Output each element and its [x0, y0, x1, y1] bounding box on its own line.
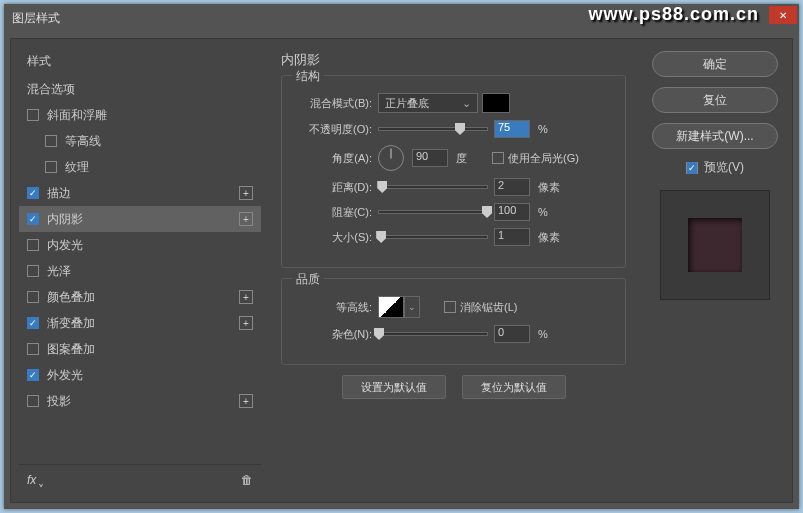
style-label: 图案叠加 — [47, 341, 95, 358]
style-label: 内发光 — [47, 237, 83, 254]
opacity-label: 不透明度(O): — [294, 122, 372, 137]
style-item-5[interactable]: 内发光 — [19, 232, 261, 258]
fx-icon[interactable]: fx — [27, 473, 36, 487]
style-item-2[interactable]: 纹理 — [19, 154, 261, 180]
noise-slider[interactable] — [378, 332, 488, 336]
style-item-3[interactable]: 描边+ — [19, 180, 261, 206]
add-effect-icon[interactable]: + — [239, 212, 253, 226]
close-button[interactable]: ✕ — [769, 6, 797, 24]
make-default-button[interactable]: 设置为默认值 — [342, 375, 446, 399]
structure-group: 结构 混合模式(B): 正片叠底 不透明度(O): 75 % 角度(A): 90… — [281, 75, 626, 268]
style-item-0[interactable]: 斜面和浮雕 — [19, 102, 261, 128]
distance-label: 距离(D): — [294, 180, 372, 195]
global-light-checkbox[interactable] — [492, 152, 504, 164]
antialias-label: 消除锯齿(L) — [460, 300, 517, 315]
style-checkbox[interactable] — [45, 161, 57, 173]
style-label: 纹理 — [65, 159, 89, 176]
noise-label: 杂色(N): — [294, 327, 372, 342]
preview-swatch — [688, 218, 742, 272]
style-checkbox[interactable] — [27, 395, 39, 407]
sidebar-footer: fx ˬ 🗑 — [19, 464, 261, 494]
style-checkbox[interactable] — [27, 265, 39, 277]
size-input[interactable]: 1 — [494, 228, 530, 246]
titlebar: 图层样式 www.ps88.com.cn ✕ — [4, 4, 799, 32]
noise-input[interactable]: 0 — [494, 325, 530, 343]
contour-dropdown-icon[interactable]: ⌄ — [404, 296, 420, 318]
angle-input[interactable]: 90 — [412, 149, 448, 167]
style-checkbox[interactable] — [27, 187, 39, 199]
style-checkbox[interactable] — [27, 369, 39, 381]
style-checkbox[interactable] — [27, 343, 39, 355]
settings-panel: 内阴影 结构 混合模式(B): 正片叠底 不透明度(O): 75 % 角度(A)… — [269, 47, 638, 494]
style-label: 外发光 — [47, 367, 83, 384]
add-effect-icon[interactable]: + — [239, 290, 253, 304]
action-panel: 确定 复位 新建样式(W)... ✓ 预览(V) — [646, 47, 784, 494]
preview-checkbox[interactable]: ✓ — [686, 162, 698, 174]
style-item-8[interactable]: 渐变叠加+ — [19, 310, 261, 336]
add-effect-icon[interactable]: + — [239, 394, 253, 408]
watermark: www.ps88.com.cn — [589, 4, 759, 25]
style-label: 渐变叠加 — [47, 315, 95, 332]
add-effect-icon[interactable]: + — [239, 186, 253, 200]
style-checkbox[interactable] — [27, 317, 39, 329]
contour-label: 等高线: — [294, 300, 372, 315]
style-item-1[interactable]: 等高线 — [19, 128, 261, 154]
new-style-button[interactable]: 新建样式(W)... — [652, 123, 778, 149]
choke-slider[interactable] — [378, 210, 488, 214]
style-label: 斜面和浮雕 — [47, 107, 107, 124]
quality-group: 品质 等高线: ⌄ 消除锯齿(L) 杂色(N): 0 % — [281, 278, 626, 365]
contour-picker[interactable] — [378, 296, 404, 318]
global-light-label: 使用全局光(G) — [508, 151, 579, 166]
style-label: 内阴影 — [47, 211, 83, 228]
style-checkbox[interactable] — [45, 135, 57, 147]
window-title: 图层样式 — [12, 10, 60, 27]
style-label: 等高线 — [65, 133, 101, 150]
styles-heading: 样式 — [19, 47, 261, 76]
choke-label: 阻塞(C): — [294, 205, 372, 220]
style-label: 颜色叠加 — [47, 289, 95, 306]
style-item-9[interactable]: 图案叠加 — [19, 336, 261, 362]
size-label: 大小(S): — [294, 230, 372, 245]
blending-options[interactable]: 混合选项 — [19, 76, 261, 102]
blend-mode-select[interactable]: 正片叠底 — [378, 93, 478, 113]
add-effect-icon[interactable]: + — [239, 316, 253, 330]
ok-button[interactable]: 确定 — [652, 51, 778, 77]
style-item-4[interactable]: 内阴影+ — [19, 206, 261, 232]
style-checkbox[interactable] — [27, 213, 39, 225]
reset-default-button[interactable]: 复位为默认值 — [462, 375, 566, 399]
style-checkbox[interactable] — [27, 291, 39, 303]
shadow-color-swatch[interactable] — [482, 93, 510, 113]
preview-label: 预览(V) — [704, 159, 744, 176]
antialias-checkbox[interactable] — [444, 301, 456, 313]
style-label: 描边 — [47, 185, 71, 202]
opacity-input[interactable]: 75 — [494, 120, 530, 138]
angle-dial[interactable] — [378, 145, 404, 171]
style-item-6[interactable]: 光泽 — [19, 258, 261, 284]
styles-sidebar: 样式 混合选项 斜面和浮雕等高线纹理描边+内阴影+内发光光泽颜色叠加+渐变叠加+… — [19, 47, 261, 494]
style-label: 投影 — [47, 393, 71, 410]
style-checkbox[interactable] — [27, 109, 39, 121]
trash-icon[interactable]: 🗑 — [241, 473, 253, 487]
fx-menu-icon[interactable]: ˬ — [38, 473, 44, 487]
choke-input[interactable]: 100 — [494, 203, 530, 221]
style-item-10[interactable]: 外发光 — [19, 362, 261, 388]
distance-slider[interactable] — [378, 185, 488, 189]
effect-title: 内阴影 — [281, 51, 626, 69]
blend-mode-label: 混合模式(B): — [294, 96, 372, 111]
distance-input[interactable]: 2 — [494, 178, 530, 196]
style-checkbox[interactable] — [27, 239, 39, 251]
reset-button[interactable]: 复位 — [652, 87, 778, 113]
style-label: 光泽 — [47, 263, 71, 280]
preview-box — [660, 190, 770, 300]
style-item-11[interactable]: 投影+ — [19, 388, 261, 414]
opacity-slider[interactable] — [378, 127, 488, 131]
style-item-7[interactable]: 颜色叠加+ — [19, 284, 261, 310]
size-slider[interactable] — [378, 235, 488, 239]
angle-label: 角度(A): — [294, 151, 372, 166]
